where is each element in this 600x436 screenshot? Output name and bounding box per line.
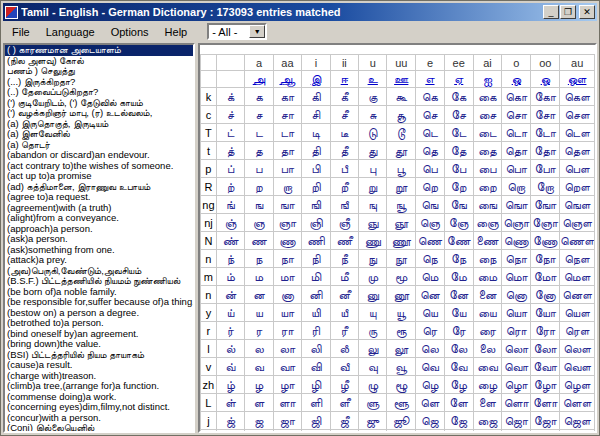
syllable-cell[interactable]: ரொ <box>502 322 531 340</box>
syllable-cell[interactable]: வ் <box>216 358 244 376</box>
syllable-cell[interactable]: ஷை <box>473 430 502 434</box>
list-item[interactable]: (concerning eyes)dim,filmy,not distinct. <box>5 402 193 413</box>
syllable-cell[interactable]: மெ <box>416 268 445 286</box>
syllable-cell[interactable]: ரூ <box>387 322 416 340</box>
syllable-cell[interactable]: ஜௌ <box>560 412 595 430</box>
syllable-cell[interactable]: தே <box>444 142 473 160</box>
syllable-cell[interactable]: ஙா <box>273 196 302 214</box>
list-item[interactable]: (agreement)with (a truth) <box>5 203 193 214</box>
syllable-cell[interactable]: ஷே <box>444 430 473 434</box>
syllable-cell[interactable]: னெ <box>416 286 445 304</box>
list-item[interactable]: (bring down)the value. <box>5 339 193 350</box>
syllable-cell[interactable]: பு <box>359 160 387 178</box>
syllable-cell[interactable]: ழு <box>359 376 387 394</box>
syllable-cell[interactable]: கி <box>302 88 330 106</box>
syllable-cell[interactable]: ஞ் <box>216 214 244 232</box>
syllable-cell[interactable]: ளீ <box>330 394 358 412</box>
syllable-cell[interactable]: பா <box>273 160 302 178</box>
syllable-cell[interactable]: ஜ் <box>216 412 244 430</box>
entry-listbox[interactable]: ( ) காரணமான அடையாளம்(நில அளவு) கோல்பணம் … <box>3 43 195 433</box>
syllable-cell[interactable]: னீ <box>330 286 358 304</box>
syllable-cell[interactable]: கை <box>473 88 502 106</box>
syllable-cell[interactable]: ட <box>245 124 273 142</box>
syllable-cell[interactable]: சே <box>444 106 473 124</box>
syllable-cell[interactable]: ழூ <box>387 376 416 394</box>
syllable-cell[interactable]: போ <box>531 160 560 178</box>
syllable-cell[interactable]: னா <box>273 286 302 304</box>
vowel-cell[interactable]: உ <box>359 71 387 88</box>
syllable-cell[interactable]: ழி <box>302 376 330 394</box>
syllable-cell[interactable]: ய <box>245 304 273 322</box>
syllable-cell[interactable]: ஷா <box>273 430 302 434</box>
syllable-cell[interactable]: றி <box>302 178 330 196</box>
syllable-cell[interactable]: டோ <box>531 124 560 142</box>
syllable-cell[interactable]: ஙை <box>473 196 502 214</box>
syllable-cell[interactable]: ணீ <box>330 232 358 250</box>
list-item[interactable]: (attack)a prey. <box>5 255 193 266</box>
syllable-cell[interactable]: யெ <box>416 304 445 322</box>
syllable-cell[interactable]: யோ <box>531 304 560 322</box>
syllable-cell[interactable]: ஙௌ <box>560 196 595 214</box>
syllable-cell[interactable]: சொ <box>502 106 531 124</box>
syllable-cell[interactable]: னே <box>444 286 473 304</box>
syllable-cell[interactable]: சி <box>302 106 330 124</box>
list-item[interactable]: (betrothed to)a person. <box>5 318 193 329</box>
syllable-cell[interactable]: ரௌ <box>560 322 595 340</box>
syllable-cell[interactable]: யே <box>444 304 473 322</box>
syllable-cell[interactable]: ழே <box>444 376 473 394</box>
syllable-cell[interactable]: றீ <box>330 178 358 196</box>
syllable-cell[interactable]: ஷெ <box>416 430 445 434</box>
list-item[interactable]: (be born of)a noble family. <box>5 287 193 298</box>
syllable-cell[interactable]: யை <box>473 304 502 322</box>
syllable-cell[interactable]: லெ <box>416 340 445 358</box>
syllable-cell[interactable]: யீ <box>330 304 358 322</box>
syllable-cell[interactable]: து <box>359 142 387 160</box>
syllable-cell[interactable]: ர <box>245 322 273 340</box>
syllable-cell[interactable]: ஜா <box>273 412 302 430</box>
list-item[interactable]: (cause)a result. <box>5 360 193 371</box>
syllable-cell[interactable]: ம் <box>216 268 244 286</box>
syllable-cell[interactable]: மீ <box>330 268 358 286</box>
syllable-cell[interactable]: ஞா <box>273 214 302 232</box>
vowel-cell[interactable]: ஏ <box>444 71 473 88</box>
syllable-cell[interactable]: னொ <box>502 286 531 304</box>
syllable-cell[interactable]: ன <box>245 286 273 304</box>
syllable-cell[interactable]: ளூ <box>387 394 416 412</box>
syllable-cell[interactable]: வெ <box>416 358 445 376</box>
syllable-cell[interactable]: செ <box>416 106 445 124</box>
syllable-cell[interactable]: ழ் <box>216 376 244 394</box>
syllable-cell[interactable]: நே <box>444 250 473 268</box>
syllable-cell[interactable]: பெ <box>416 160 445 178</box>
syllable-cell[interactable]: டூ <box>387 124 416 142</box>
list-item[interactable]: (concur)with a person. <box>5 413 193 424</box>
syllable-cell[interactable]: னூ <box>387 286 416 304</box>
vowel-cell[interactable]: எ <box>416 71 445 88</box>
menu-file[interactable]: File <box>4 23 38 41</box>
syllable-cell[interactable]: ப் <box>216 160 244 178</box>
syllable-cell[interactable]: ழௌ <box>560 376 595 394</box>
syllable-cell[interactable]: மோ <box>531 268 560 286</box>
syllable-cell[interactable]: தை <box>473 142 502 160</box>
syllable-cell[interactable]: லௌ <box>560 340 595 358</box>
list-item[interactable]: (B.S.F.) பிட்டத்தணியில் நியமம் நுண்ணியல் <box>5 276 193 287</box>
syllable-cell[interactable]: ஜொ <box>502 412 531 430</box>
syllable-cell[interactable]: கா <box>273 88 302 106</box>
syllable-cell[interactable]: டொ <box>502 124 531 142</box>
syllable-cell[interactable]: டி <box>302 124 330 142</box>
syllable-cell[interactable]: ஙோ <box>531 196 560 214</box>
syllable-cell[interactable]: றா <box>273 178 302 196</box>
vowel-cell[interactable]: ஆ <box>273 71 302 88</box>
syllable-cell[interactable]: ளே <box>444 394 473 412</box>
syllable-cell[interactable]: ரே <box>444 322 473 340</box>
syllable-cell[interactable]: வா <box>273 358 302 376</box>
list-item[interactable]: (...) இருக்கிறதா? <box>5 77 193 88</box>
list-item[interactable]: (நில அளவு) கோல் <box>5 56 193 67</box>
syllable-cell[interactable]: மூ <box>387 268 416 286</box>
syllable-cell[interactable]: ர் <box>216 322 244 340</box>
syllable-cell[interactable]: க் <box>216 88 244 106</box>
syllable-cell[interactable]: ஙே <box>444 196 473 214</box>
syllable-cell[interactable]: லு <box>359 340 387 358</box>
syllable-cell[interactable]: லே <box>444 340 473 358</box>
list-item[interactable]: (agree to)a request. <box>5 192 193 203</box>
syllable-cell[interactable]: ஞ <box>245 214 273 232</box>
